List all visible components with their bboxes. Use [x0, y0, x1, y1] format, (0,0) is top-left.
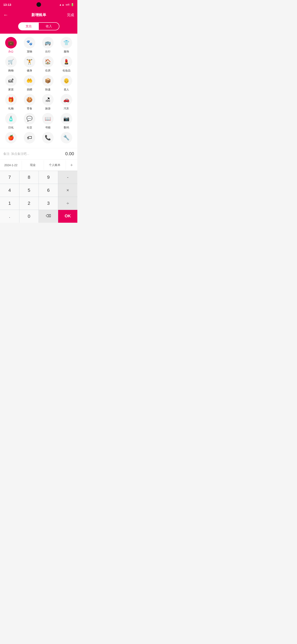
category-item[interactable]: 👕服饰	[57, 37, 76, 54]
category-grid: 💼办公🐾宠物🚌出行👕服饰🛒购物🏋健身🏠住房💄化妆品🛋家居🤲捐赠📦快递👴老人🎁礼物…	[0, 34, 77, 148]
add-more-button[interactable]: +	[66, 160, 77, 171]
note-amount-row: 备注: 加点备注吧... 0.00	[0, 148, 77, 159]
category-icon: 🍪	[24, 94, 35, 106]
category-item[interactable]: 🚌出行	[39, 37, 57, 54]
category-label: 化妆品	[62, 69, 70, 72]
category-icon: 🤲	[24, 75, 35, 86]
num-key-7[interactable]: 7	[0, 171, 19, 184]
num-key-0[interactable]: 0	[19, 210, 38, 223]
category-item[interactable]: 👴老人	[57, 75, 76, 92]
category-label: 书籍	[45, 126, 50, 130]
signal-icon: ▲▲	[59, 3, 64, 6]
done-button[interactable]: 完成	[67, 12, 74, 17]
category-item[interactable]: 🏋健身	[20, 56, 39, 72]
category-label: 礼物	[8, 107, 13, 110]
num-key-5[interactable]: 5	[19, 184, 38, 197]
category-label: 老人	[64, 88, 69, 92]
note-placeholder[interactable]: 备注: 加点备注吧...	[3, 152, 29, 156]
category-icon: 📞	[42, 132, 54, 144]
category-item[interactable]: 💄化妆品	[57, 56, 76, 72]
status-icons: ▲▲ wifi 🔋	[59, 3, 74, 6]
category-item[interactable]: 📷数码	[57, 113, 76, 130]
category-item[interactable]: 🛒购物	[2, 56, 20, 72]
num-key-8[interactable]: 8	[19, 171, 38, 184]
category-item[interactable]: 🛋家居	[2, 75, 20, 92]
category-label: 宠物	[27, 50, 32, 54]
category-item[interactable]: 📦快递	[39, 75, 57, 92]
category-label: 服饰	[64, 50, 69, 54]
backspace-button[interactable]: ⌫	[39, 210, 58, 223]
wifi-icon: wifi	[66, 3, 69, 6]
page-title: 新增账单	[31, 12, 46, 17]
category-item[interactable]: 🍎	[2, 132, 20, 145]
category-label: 社交	[27, 126, 32, 130]
op-key-×[interactable]: ×	[58, 184, 77, 197]
category-icon: 🍎	[5, 132, 17, 144]
info-row: 2024-1-22 现金 个人账本 +	[0, 159, 77, 171]
numpad: 789-456×123÷.0⌫OK	[0, 171, 77, 223]
category-icon: 📷	[61, 113, 72, 124]
ok-button[interactable]: OK	[58, 210, 77, 223]
category-item[interactable]: 💬社交	[20, 113, 39, 130]
account-selector[interactable]: 个人账本	[44, 160, 66, 170]
category-label: 健身	[27, 69, 32, 72]
category-item[interactable]: 🍪零食	[20, 94, 39, 110]
category-icon: 🛒	[5, 56, 17, 68]
category-item[interactable]: 🎁礼物	[2, 94, 20, 110]
num-key-4[interactable]: 4	[0, 184, 19, 197]
category-item[interactable]: 🔧	[57, 132, 76, 145]
tab-expense[interactable]: 支出	[18, 23, 39, 30]
category-label: 购物	[8, 69, 13, 72]
header: ← 新增账单 完成	[0, 9, 77, 21]
category-label: 汽车	[64, 107, 69, 110]
category-label: 数码	[64, 126, 69, 130]
num-key-6[interactable]: 6	[39, 184, 58, 197]
category-icon: 🚌	[42, 37, 54, 48]
tabs-container: 支出 收入	[0, 21, 77, 34]
num-key-2[interactable]: 2	[19, 197, 38, 210]
tab-income[interactable]: 收入	[39, 23, 59, 30]
category-label: 日化	[8, 126, 13, 130]
amount-display: 0.00	[65, 151, 74, 156]
category-icon: 🐾	[24, 37, 35, 48]
category-icon: 🏠	[42, 56, 54, 68]
category-item[interactable]: 🏠住房	[39, 56, 57, 72]
pay-method-selector[interactable]: 现金	[22, 160, 44, 170]
category-item[interactable]: 🏖旅游	[39, 94, 57, 110]
back-button[interactable]: ←	[3, 12, 8, 17]
num-key-3[interactable]: 3	[39, 197, 58, 210]
category-icon: 👕	[61, 37, 72, 48]
category-item[interactable]: 📖书籍	[39, 113, 57, 130]
category-icon: 🏖	[42, 94, 54, 106]
category-icon: 🔧	[61, 132, 72, 144]
battery-icon: 🔋	[71, 3, 74, 6]
status-bar: 13:13 ▲▲ wifi 🔋	[0, 0, 77, 9]
category-label: 办公	[8, 50, 13, 54]
date-selector[interactable]: 2024-1-22	[0, 160, 22, 170]
category-label: 零食	[27, 107, 32, 110]
category-icon: 🏋	[24, 56, 35, 68]
op-key-÷[interactable]: ÷	[58, 197, 77, 210]
category-label: 旅游	[45, 107, 50, 110]
num-key-9[interactable]: 9	[39, 171, 58, 184]
category-icon: 📦	[42, 75, 54, 86]
num-key-1[interactable]: 1	[0, 197, 19, 210]
category-item[interactable]: 🚗汽车	[57, 94, 76, 110]
num-key-.[interactable]: .	[0, 210, 19, 223]
category-item[interactable]: 📞	[39, 132, 57, 145]
category-icon: 🚗	[61, 94, 72, 106]
category-icon: 🎁	[5, 94, 17, 106]
category-item[interactable]: 🐾宠物	[20, 37, 39, 54]
category-item[interactable]: 🧴日化	[2, 113, 20, 130]
category-icon: 👴	[61, 75, 72, 86]
category-label: 出行	[45, 50, 50, 54]
category-item[interactable]: 💼办公	[2, 37, 20, 54]
category-item[interactable]: 🤲捐赠	[20, 75, 39, 92]
category-icon: 💼	[5, 37, 17, 48]
category-label: 家居	[8, 88, 13, 92]
camera-notch	[36, 2, 41, 7]
category-icon: 🏷	[24, 132, 35, 144]
tab-bar: 支出 收入	[18, 22, 59, 30]
op-key--[interactable]: -	[58, 171, 77, 184]
category-item[interactable]: 🏷	[20, 132, 39, 145]
